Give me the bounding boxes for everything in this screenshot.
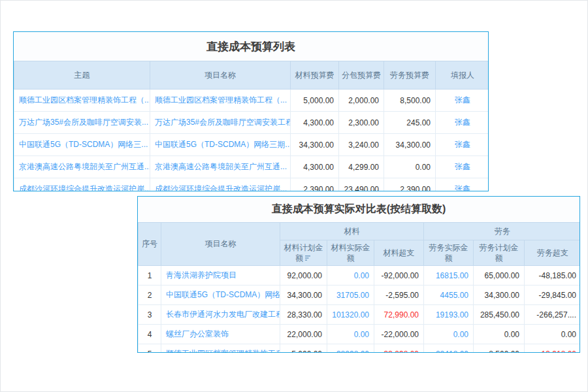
table-row: 万达广场35#会所及咖啡厅空调安装... 万达广场35#会所及咖啡厅空调安装工程… — [14, 112, 489, 134]
labor-budget-value: 0.00 — [384, 156, 436, 178]
subcontract-budget-value: 2,000.00 — [339, 90, 384, 112]
mat-actual-link[interactable]: 101320.00 — [327, 305, 374, 325]
subject-link[interactable]: 中国联通5G（TD-SCDMA）网络三... — [19, 140, 148, 149]
table-row: 京港澳高速公路粤境韶关至广州互通... 京港澳高速公路粤境韶关至广州互通... … — [14, 156, 489, 178]
budget-actual-compare-card: 直接成本预算实际对比表(按结算取数) 序号 项目名称 材料 劳务 材料计划金额 … — [137, 196, 580, 353]
col-header-seq: 序号 — [139, 223, 161, 266]
col-header-lab-plan: 劳务计划金额 — [474, 240, 525, 266]
table-row: 3 长春市伊通河水力发电厂改建工程 28,330.00 101320.00 72… — [139, 305, 581, 325]
lab-over-value: -48,185.00 — [525, 266, 581, 286]
col-header-lab-actual: 劳务实际金额 — [424, 240, 474, 266]
lab-actual-link[interactable]: 22418.00 — [424, 344, 474, 353]
table-row: 顺德工业园区档案管理精装饰工程（... 顺德工业园区档案管理精装饰工程（... … — [14, 90, 489, 112]
seq-value: 2 — [139, 286, 161, 305]
group-header-material: 材料 — [280, 223, 424, 240]
col-header-mat-plan-label: 材料计划金额 — [284, 243, 323, 263]
lab-over-value: 13,918.00 — [525, 344, 581, 353]
budget-actual-compare-title: 直接成本预算实际对比表(按结算取数) — [138, 197, 580, 222]
project-link[interactable]: 中国联通5G（TD-SCDMA）网络三 — [166, 290, 280, 299]
material-budget-value: 5,000.00 — [291, 90, 339, 112]
col-header-mat-over: 材料超支 — [374, 240, 424, 266]
col-header-material-budget: 材料预算费 — [291, 61, 339, 90]
col-header-subcontract-budget: 分包预算费 — [339, 61, 384, 90]
seq-value: 5 — [139, 344, 161, 353]
mat-actual-link[interactable]: 0.00 — [327, 266, 374, 286]
budget-list-title: 直接成本预算列表 — [14, 32, 488, 61]
budget-actual-compare-table: 序号 项目名称 材料 劳务 材料计划金额 材料实际金额 材料超支 劳务实际金额 … — [138, 222, 580, 353]
mat-actual-link[interactable]: 0.00 — [327, 325, 374, 344]
mat-plan-value: 5,000.00 — [280, 344, 327, 353]
col-header-project: 项目名称 — [150, 61, 291, 90]
lab-plan-value: 34,300.00 — [474, 286, 525, 305]
col-header-project: 项目名称 — [161, 223, 280, 266]
subject-link[interactable]: 成都沙河环境综合提升改造运河护岸... — [19, 184, 150, 191]
table-row: 2 中国联通5G（TD-SCDMA）网络三 34,300.00 31705.00… — [139, 286, 581, 305]
lab-over-value: -266,257.... — [525, 305, 581, 325]
sort-icon[interactable] — [305, 255, 312, 261]
reporter-link[interactable]: 张鑫 — [455, 184, 470, 191]
lab-actual-link[interactable]: 0.00 — [424, 325, 474, 344]
lab-actual-link[interactable]: 16815.00 — [424, 266, 474, 286]
project-link[interactable]: 成都沙河环境综合提升改造运河护岸... — [155, 184, 287, 191]
table-row: 中国联通5G（TD-SCDMA）网络三... 中国联通5G（TD-SCDMA）网… — [14, 134, 489, 156]
reporter-link[interactable]: 张鑫 — [455, 162, 470, 171]
mat-over-value: -92,000.00 — [374, 266, 424, 286]
project-link[interactable]: 京港澳高速公路粤境韶关至广州互通... — [155, 162, 287, 171]
project-link[interactable]: 顺德工业园区档案管理精装饰工程（... — [155, 95, 287, 105]
budget-list-table: 主题 项目名称 材料预算费 分包预算费 劳务预算费 填报人 顺德工业园区档案管理… — [14, 61, 489, 191]
table-row: 1 青海洪湖养护院项目 92,000.00 0.00 -92,000.00 16… — [139, 266, 581, 286]
subject-link[interactable]: 京港澳高速公路粤境韶关至广州互通... — [19, 162, 150, 171]
mat-over-value: -22,000.00 — [374, 325, 424, 344]
material-budget-value: 4,300.00 — [291, 112, 339, 134]
table-row: 成都沙河环境综合提升改造运河护岸... 成都沙河环境综合提升改造运河护岸... … — [14, 178, 489, 192]
material-budget-value: 2,390.00 — [291, 178, 339, 192]
col-header-mat-plan[interactable]: 材料计划金额 — [280, 240, 327, 266]
col-header-reporter: 填报人 — [436, 61, 489, 90]
reporter-link[interactable]: 张鑫 — [455, 95, 470, 105]
project-link[interactable]: 长春市伊通河水力发电厂改建工程 — [166, 310, 280, 319]
col-header-labor-budget: 劳务预算费 — [384, 61, 436, 90]
mat-plan-value: 92,000.00 — [280, 266, 327, 286]
reporter-link[interactable]: 张鑫 — [455, 118, 470, 127]
lab-over-value: -29,845.00 — [525, 286, 581, 305]
table-row: 5 顺德工业园区档案管理精装饰工程 5,000.00 38298.00 33,2… — [139, 344, 581, 353]
reporter-link[interactable]: 张鑫 — [455, 140, 470, 149]
subcontract-budget-value: 3,240.00 — [339, 134, 384, 156]
lab-plan-value: 285,450.00 — [474, 305, 525, 325]
lab-actual-link[interactable]: 4455.00 — [424, 286, 474, 305]
mat-plan-value: 22,000.00 — [280, 325, 327, 344]
subcontract-budget-value: 2,300.00 — [339, 112, 384, 134]
material-budget-value: 4,300.00 — [291, 156, 339, 178]
mat-plan-value: 28,330.00 — [280, 305, 327, 325]
col-header-lab-over: 劳务超支 — [525, 240, 581, 266]
material-budget-value: 34,300.00 — [291, 134, 339, 156]
budget-list-header-row: 主题 项目名称 材料预算费 分包预算费 劳务预算费 填报人 — [14, 61, 489, 90]
mat-actual-link[interactable]: 31705.00 — [327, 286, 374, 305]
table-row: 4 螺丝厂办公室装饰 22,000.00 0.00 -22,000.00 0.0… — [139, 325, 581, 344]
group-header-labor: 劳务 — [424, 223, 581, 240]
project-link[interactable]: 顺德工业园区档案管理精装饰工程 — [166, 349, 280, 353]
seq-value: 4 — [139, 325, 161, 344]
project-link[interactable]: 螺丝厂办公室装饰 — [166, 329, 229, 338]
lab-plan-value: 8,500.00 — [474, 344, 525, 353]
labor-budget-value: 34,300.00 — [384, 134, 436, 156]
project-link[interactable]: 青海洪湖养护院项目 — [166, 270, 237, 280]
project-link[interactable]: 万达广场35#会所及咖啡厅空调安装工程 — [155, 118, 291, 127]
mat-over-value: 72,990.00 — [374, 305, 424, 325]
subcontract-budget-value: 4,299.00 — [339, 156, 384, 178]
labor-budget-value: 2,390.00 — [384, 178, 436, 192]
col-header-mat-actual: 材料实际金额 — [327, 240, 374, 266]
labor-budget-value: 8,500.00 — [384, 90, 436, 112]
seq-value: 1 — [139, 266, 161, 286]
seq-value: 3 — [139, 305, 161, 325]
mat-actual-link[interactable]: 38298.00 — [327, 344, 374, 353]
subject-link[interactable]: 顺德工业园区档案管理精装饰工程（... — [19, 95, 150, 105]
subject-link[interactable]: 万达广场35#会所及咖啡厅空调安装... — [19, 118, 148, 127]
mat-over-value: 33,298.00 — [374, 344, 424, 353]
subcontract-budget-value: 23,490.00 — [339, 178, 384, 192]
lab-actual-link[interactable]: 19193.00 — [424, 305, 474, 325]
project-link[interactable]: 中国联通5G（TD-SCDMA）网络三期... — [155, 140, 291, 149]
lab-plan-value: 0.00 — [474, 325, 525, 344]
mat-over-value: -2,595.00 — [374, 286, 424, 305]
col-header-subject: 主题 — [14, 61, 150, 90]
